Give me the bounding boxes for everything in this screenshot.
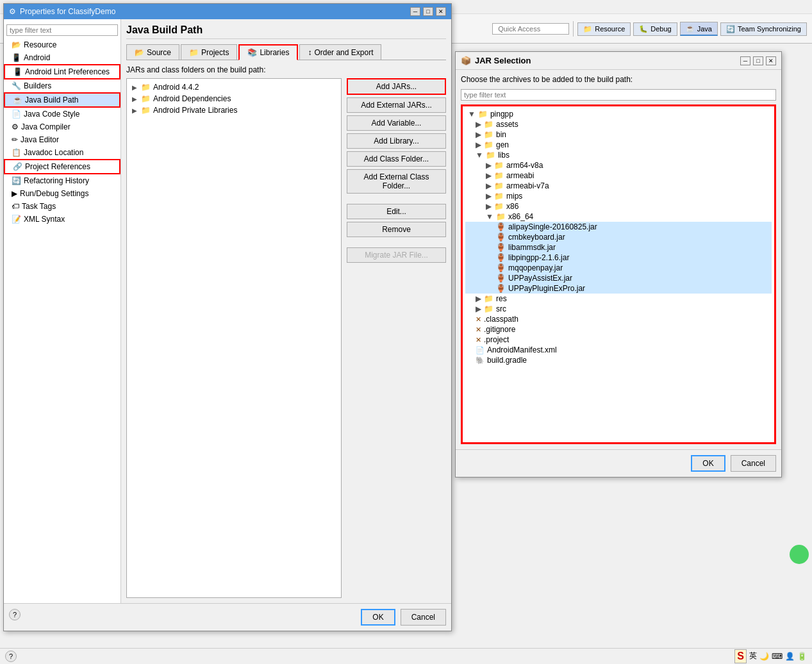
expand-arm64: ▶ xyxy=(486,161,492,170)
jar-tree-x86-64[interactable]: ▼ 📁 x86_64 xyxy=(465,212,772,222)
jar-tree-gitignore[interactable]: ✕ .gitignore xyxy=(465,324,772,335)
sidebar-item-project-refs[interactable]: 🔗 Project References xyxy=(4,159,120,174)
props-filter-input[interactable] xyxy=(6,24,118,36)
tab-libraries[interactable]: 📚 Libraries xyxy=(238,44,298,60)
java-code-style-icon: 📄 xyxy=(12,110,21,119)
jar-tree-classpath[interactable]: ✕ .classpath xyxy=(465,314,772,324)
toolbar-separator-2 xyxy=(573,21,574,37)
expand-android-deps: ▶ xyxy=(132,95,138,103)
perspective-team-sync[interactable]: 🔄 Team Synchronizing xyxy=(720,22,807,36)
add-class-folder-btn[interactable]: Add Class Folder... xyxy=(347,151,446,167)
add-library-btn[interactable]: Add Library... xyxy=(347,133,446,149)
jar-tree-bin[interactable]: ▶ 📁 bin xyxy=(465,129,772,140)
add-jars-btn[interactable]: Add JARs... xyxy=(347,78,446,95)
props-cancel-btn[interactable]: Cancel xyxy=(401,609,446,626)
add-external-class-folder-btn[interactable]: Add External Class Folder... xyxy=(347,169,446,194)
jar-dialog-title: JAR Selection xyxy=(475,56,531,65)
jar-action-buttons: Add JARs... Add External JARs... Add Var… xyxy=(347,78,446,598)
jar-cancel-btn[interactable]: Cancel xyxy=(731,455,776,472)
tree-item-android442[interactable]: ▶ 📁 Android 4.4.2 xyxy=(129,81,338,93)
jar-tree-assets[interactable]: ▶ 📁 assets xyxy=(465,119,772,129)
sidebar-item-task-tags[interactable]: 🏷 Task Tags xyxy=(4,200,120,213)
sidebar-item-java-build-path[interactable]: ☕ Java Build Path xyxy=(4,92,120,108)
expand-armeabi-v7a: ▶ xyxy=(486,181,492,190)
sidebar-item-android-lint[interactable]: 📱 Android Lint Preferences xyxy=(4,64,120,79)
add-external-jars-btn[interactable]: Add External JARs... xyxy=(347,97,446,113)
source-tab-icon: 📂 xyxy=(135,48,144,57)
sidebar-item-java-editor[interactable]: ✏ Java Editor xyxy=(4,133,120,146)
xml-syntax-icon: 📝 xyxy=(12,215,21,224)
jar-tree: ▼ 📁 pingpp ▶ 📁 assets ▶ 📁 bin ▶ 📁 gen xyxy=(461,104,776,444)
jar-ok-btn[interactable]: OK xyxy=(691,455,725,472)
jar-tree-project[interactable]: ✕ .project xyxy=(465,335,772,345)
sidebar-item-refactoring[interactable]: 🔄 Refactoring History xyxy=(4,174,120,187)
sidebar-item-builders[interactable]: 🔧 Builders xyxy=(4,79,120,92)
tab-source[interactable]: 📂 Source xyxy=(126,44,179,60)
sidebar-item-resource[interactable]: 📂 Resource xyxy=(4,38,120,51)
jar-tree-manifest[interactable]: 📄 AndroidManifest.xml xyxy=(465,345,772,355)
sidebar-item-xml-syntax[interactable]: 📝 XML Syntax xyxy=(4,213,120,226)
sidebar-item-java-compiler[interactable]: ⚙ Java Compiler xyxy=(4,120,120,133)
jar-cmbkeyboard[interactable]: 🏺 cmbkeyboard.jar xyxy=(465,232,772,242)
refactoring-icon: 🔄 xyxy=(12,176,21,185)
jar-filter-input[interactable] xyxy=(461,89,776,101)
props-maximize-btn[interactable]: □ xyxy=(423,7,433,16)
help-btn[interactable]: ? xyxy=(9,609,21,620)
edit-btn[interactable]: Edit... xyxy=(347,204,446,219)
jar-mqqopenpay[interactable]: 🏺 mqqopenpay.jar xyxy=(465,263,772,273)
jar-dialog-icon: 📦 xyxy=(461,56,471,65)
alipay-jar-icon: 🏺 xyxy=(496,222,506,231)
expand-pingpp: ▼ xyxy=(468,110,476,119)
tab-projects[interactable]: 📁 Projects xyxy=(181,44,237,60)
project-file-icon: ✕ xyxy=(476,336,481,344)
jar-libpingpp[interactable]: 🏺 libpingpp-2.1.6.jar xyxy=(465,253,772,263)
jar-tree-gradle[interactable]: 🐘 build.gradle xyxy=(465,355,772,365)
debug-icon: 🐛 xyxy=(639,25,648,33)
jar-tree-pingpp[interactable]: ▼ 📁 pingpp xyxy=(465,109,772,119)
android-private-icon: 📁 xyxy=(141,106,151,115)
btn-spacer xyxy=(347,196,446,201)
jar-tree-armeabi-v7a[interactable]: ▶ 📁 armeabi-v7a xyxy=(465,181,772,191)
jar-tree-gen[interactable]: ▶ 📁 gen xyxy=(465,140,772,150)
props-close-btn[interactable]: ✕ xyxy=(436,7,446,16)
armeabi-folder-icon: 📁 xyxy=(494,171,504,180)
tree-item-android-deps[interactable]: ▶ 📁 Android Dependencies xyxy=(129,93,338,104)
jar-tree-res[interactable]: ▶ 📁 res xyxy=(465,294,772,304)
remove-btn[interactable]: Remove xyxy=(347,222,446,237)
props-minimize-btn[interactable]: ─ xyxy=(410,7,420,16)
props-ok-btn[interactable]: OK xyxy=(361,609,395,626)
statusbar-help-btn[interactable]: ? xyxy=(5,651,17,662)
android-deps-icon: 📁 xyxy=(141,94,151,103)
jar-uppay-plugin[interactable]: 🏺 UPPayPluginExPro.jar xyxy=(465,283,772,294)
sidebar-item-javadoc[interactable]: 📋 Javadoc Location xyxy=(4,146,120,159)
jar-tree-armeabi[interactable]: ▶ 📁 armeabi xyxy=(465,170,772,181)
java-editor-icon: ✏ xyxy=(12,135,18,144)
add-variable-btn[interactable]: Add Variable... xyxy=(347,115,446,131)
migrate-jar-btn[interactable]: Migrate JAR File... xyxy=(347,247,446,263)
sidebar-item-android[interactable]: 📱 Android xyxy=(4,51,120,64)
jar-close-btn[interactable]: ✕ xyxy=(766,56,776,65)
jar-tree-arm64[interactable]: ▶ 📁 arm64-v8a xyxy=(465,160,772,170)
jar-maximize-btn[interactable]: □ xyxy=(753,56,763,65)
resource-item-icon: 📂 xyxy=(12,40,21,49)
sidebar-item-java-code-style[interactable]: 📄 Java Code Style xyxy=(4,108,120,120)
gitignore-icon: ✕ xyxy=(476,326,481,334)
jar-tree-mips[interactable]: ▶ 📁 mips xyxy=(465,191,772,201)
jar-minimize-btn[interactable]: ─ xyxy=(740,56,750,65)
perspective-resource[interactable]: 📁 Resource xyxy=(577,22,631,36)
expand-gen: ▶ xyxy=(476,140,481,149)
builders-icon: 🔧 xyxy=(12,81,21,90)
jar-alipay[interactable]: 🏺 alipaySingle-20160825.jar xyxy=(465,222,772,232)
jar-libammsdk[interactable]: 🏺 libammsdk.jar xyxy=(465,242,772,253)
tree-item-android-private[interactable]: ▶ 📁 Android Private Libraries xyxy=(129,104,338,116)
jar-tree-src[interactable]: ▶ 📁 src xyxy=(465,304,772,314)
expand-armeabi: ▶ xyxy=(486,171,492,180)
sidebar-item-run-debug[interactable]: ▶ Run/Debug Settings xyxy=(4,187,120,200)
quick-access-input[interactable] xyxy=(492,23,569,35)
perspective-java[interactable]: ☕ Java xyxy=(680,22,718,36)
jar-tree-libs[interactable]: ▼ 📁 libs xyxy=(465,150,772,160)
jar-uppay-assist[interactable]: 🏺 UPPayAssistEx.jar xyxy=(465,273,772,283)
tab-order-export[interactable]: ↕ Order and Export xyxy=(299,44,381,60)
perspective-debug[interactable]: 🐛 Debug xyxy=(633,22,677,36)
jar-tree-x86[interactable]: ▶ 📁 x86 xyxy=(465,201,772,212)
